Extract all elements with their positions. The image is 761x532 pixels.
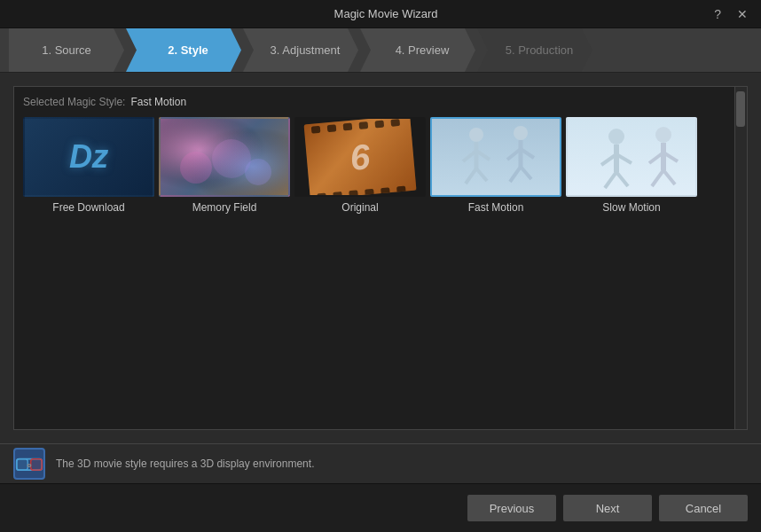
previous-button[interactable]: Previous xyxy=(467,495,556,521)
svg-rect-9 xyxy=(359,121,369,129)
step-style[interactable]: 2. Style xyxy=(126,28,241,72)
scrollbar-track[interactable] xyxy=(734,87,747,429)
style-panel: Selected Magic Style: Fast Motion Dz Fre… xyxy=(13,86,748,430)
style-grid: Dz Free Download xyxy=(23,117,738,214)
film-strip: 6 xyxy=(304,117,417,197)
style-thumb-fast-motion xyxy=(430,117,561,197)
style-item-fast-motion[interactable]: Fast Motion xyxy=(430,117,561,214)
svg-rect-1 xyxy=(161,119,290,197)
svg-rect-7 xyxy=(327,124,337,132)
svg-point-19 xyxy=(469,128,483,142)
fast-motion-svg xyxy=(432,117,560,197)
svg-rect-5 xyxy=(304,117,417,197)
style-item-memory-field[interactable]: Memory Field xyxy=(159,117,290,214)
svg-rect-17 xyxy=(396,185,406,193)
svg-rect-15 xyxy=(365,188,374,196)
svg-rect-31 xyxy=(568,117,695,197)
svg-point-2 xyxy=(180,152,212,184)
style-name-free-download: Free Download xyxy=(52,201,124,214)
3d-icon xyxy=(13,448,45,480)
film-holes-svg xyxy=(304,117,417,197)
style-thumb-slow-motion xyxy=(566,117,697,197)
svg-point-32 xyxy=(608,129,624,145)
info-text: The 3D movie style requires a 3D display… xyxy=(56,458,314,470)
window-title: Magic Movie Wizard xyxy=(62,7,710,20)
selected-style-label: Selected Magic Style: Fast Motion xyxy=(23,96,738,108)
step-source[interactable]: 1. Source xyxy=(9,28,124,72)
style-item-free-download[interactable]: Dz Free Download xyxy=(23,117,154,214)
title-bar-controls: ? ✕ xyxy=(710,5,752,23)
svg-rect-11 xyxy=(390,118,400,126)
info-bar: The 3D movie style requires a 3D display… xyxy=(0,443,761,483)
bottom-bar: Previous Next Cancel xyxy=(0,483,761,532)
memory-field-svg xyxy=(161,119,290,197)
svg-rect-46 xyxy=(31,459,42,470)
svg-rect-0 xyxy=(161,119,290,197)
slow-motion-svg xyxy=(568,117,695,197)
title-bar: Magic Movie Wizard ? ✕ xyxy=(0,0,761,28)
wizard-steps: 1. Source 2. Style 3. Adjustment 4. Prev… xyxy=(0,28,761,73)
svg-rect-10 xyxy=(374,120,384,128)
style-item-original[interactable]: 6 Original xyxy=(294,117,426,214)
step-preview[interactable]: 4. Preview xyxy=(360,28,475,72)
svg-rect-45 xyxy=(17,459,27,470)
svg-rect-8 xyxy=(343,122,353,130)
svg-rect-18 xyxy=(432,117,560,197)
3d-icon-svg xyxy=(15,448,43,480)
style-thumb-free-download: Dz xyxy=(23,117,154,197)
svg-point-4 xyxy=(245,159,271,185)
step-adjustment[interactable]: 3. Adjustment xyxy=(243,28,358,72)
step-production[interactable]: 5. Production xyxy=(477,28,592,72)
svg-point-3 xyxy=(212,139,251,178)
svg-rect-6 xyxy=(311,125,321,133)
svg-point-25 xyxy=(514,126,528,140)
scrollbar-thumb[interactable] xyxy=(736,91,745,127)
main-content: Selected Magic Style: Fast Motion Dz Fre… xyxy=(0,73,761,443)
style-thumb-original: 6 xyxy=(294,117,426,197)
svg-point-38 xyxy=(655,127,671,143)
next-button[interactable]: Next xyxy=(563,495,652,521)
cancel-button[interactable]: Cancel xyxy=(659,495,748,521)
style-name-fast-motion: Fast Motion xyxy=(468,201,524,214)
close-button[interactable]: ✕ xyxy=(733,5,752,23)
style-item-slow-motion[interactable]: Slow Motion xyxy=(566,117,697,214)
help-button[interactable]: ? xyxy=(710,5,726,23)
svg-rect-16 xyxy=(380,187,390,195)
style-thumb-memory-field xyxy=(159,117,290,197)
style-name-original: Original xyxy=(341,201,378,214)
style-name-memory-field: Memory Field xyxy=(192,201,257,214)
dz-logo: Dz xyxy=(69,138,108,176)
style-name-slow-motion: Slow Motion xyxy=(602,201,660,214)
